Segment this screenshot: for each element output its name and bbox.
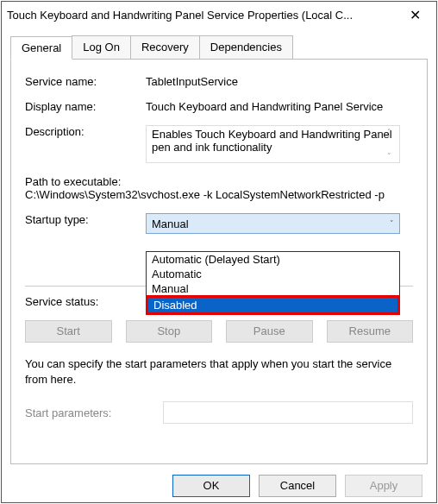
label-service-status: Service status:	[25, 295, 146, 308]
window-title: Touch Keyboard and Handwriting Panel Ser…	[7, 9, 353, 22]
startup-type-combo[interactable]: Manual ˅	[146, 213, 400, 234]
dropdown-option-delayed[interactable]: Automatic (Delayed Start)	[147, 252, 399, 267]
dialog-footer: OK Cancel Apply	[2, 464, 436, 504]
dialog-window: Touch Keyboard and Handwriting Panel Ser…	[1, 1, 437, 503]
tab-recovery[interactable]: Recovery	[130, 35, 200, 59]
pause-button[interactable]: Pause	[226, 320, 313, 343]
tab-dependencies[interactable]: Dependencies	[199, 35, 293, 59]
label-start-params: Start parameters:	[25, 406, 163, 419]
titlebar: Touch Keyboard and Handwriting Panel Ser…	[2, 2, 436, 28]
dropdown-option-automatic[interactable]: Automatic	[147, 267, 399, 281]
startup-type-selected: Manual	[152, 217, 189, 230]
dropdown-option-disabled[interactable]: Disabled	[148, 298, 397, 312]
description-box[interactable]: Enables Touch Keyboard and Handwriting P…	[146, 125, 400, 163]
start-params-input[interactable]	[163, 401, 413, 424]
ok-button[interactable]: OK	[172, 475, 250, 497]
tab-logon[interactable]: Log On	[72, 35, 131, 59]
tab-strip: General Log On Recovery Dependencies	[10, 35, 428, 59]
value-description: Enables Touch Keyboard and Handwriting P…	[152, 128, 392, 154]
description-scroll[interactable]: ˄ ˅	[387, 128, 397, 161]
dropdown-highlight-box: Disabled	[146, 295, 400, 315]
resume-button[interactable]: Resume	[327, 320, 414, 343]
dropdown-option-manual[interactable]: Manual	[147, 281, 399, 296]
startup-type-dropdown: Automatic (Delayed Start) Automatic Manu…	[146, 251, 400, 315]
label-path: Path to executable:	[25, 175, 413, 188]
value-path: C:\Windows\System32\svchost.exe -k Local…	[25, 188, 413, 201]
tab-pane-general: Service name: TabletInputService Display…	[10, 59, 428, 464]
label-description: Description:	[25, 125, 146, 163]
service-control-buttons: Start Stop Pause Resume	[25, 320, 413, 343]
stop-button[interactable]: Stop	[126, 320, 213, 343]
label-display-name: Display name:	[25, 100, 146, 113]
value-display-name: Touch Keyboard and Handwriting Panel Ser…	[146, 100, 383, 113]
apply-button[interactable]: Apply	[345, 475, 422, 497]
label-startup-type: Startup type:	[25, 213, 146, 234]
tab-general[interactable]: General	[10, 36, 72, 60]
chevron-up-icon[interactable]: ˄	[387, 128, 397, 136]
cancel-button[interactable]: Cancel	[259, 475, 336, 497]
label-service-name: Service name:	[25, 75, 146, 88]
tab-host: General Log On Recovery Dependencies Ser…	[10, 35, 428, 464]
chevron-down-icon: ˅	[390, 219, 394, 228]
close-icon[interactable]: ✕	[402, 7, 428, 23]
value-service-name: TabletInputService	[146, 75, 238, 88]
start-button[interactable]: Start	[25, 320, 112, 343]
start-params-hint: You can specify the start parameters tha…	[25, 356, 413, 387]
chevron-down-icon[interactable]: ˅	[387, 152, 397, 161]
